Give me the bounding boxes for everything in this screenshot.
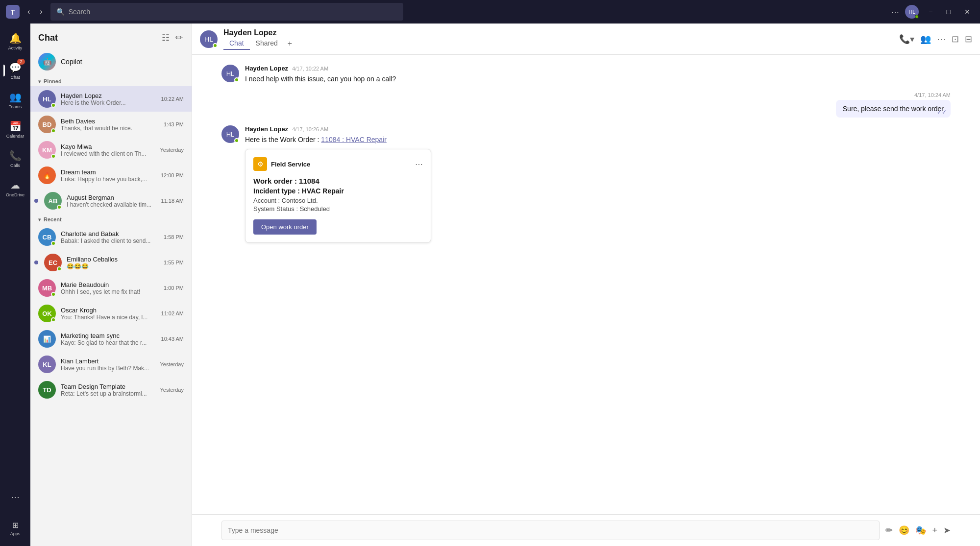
list-item[interactable]: 🔥 Dream team Erika: Happy to have you ba… [30, 163, 192, 188]
message-meta: Hayden Lopez 4/17, 10:26 AM [245, 125, 951, 133]
calendar-label: Calendar [6, 134, 24, 139]
list-item[interactable]: BD Beth Davies Thanks, that would be nic… [30, 112, 192, 137]
onedrive-label: OneDrive [6, 192, 24, 197]
recent-section-header[interactable]: ▾ Recent [30, 214, 192, 224]
message-text: Here is the Work Order : 11084 : HVAC Re… [245, 135, 951, 145]
apps-label: Apps [10, 531, 21, 536]
sidebar-item-chat[interactable]: 💬 Chat 2 [3, 57, 27, 84]
chat-list: HL Hayden Lopez Here is the Work Order..… [30, 86, 192, 546]
chat-info: Kayo Miwa I reviewed with the client on … [61, 143, 155, 157]
teams-icon: 👥 [9, 91, 22, 103]
more-options-button[interactable]: ⋯ [937, 34, 946, 45]
teams-logo-icon: T [6, 5, 20, 19]
sidebar-item-teams[interactable]: 👥 Teams [3, 86, 27, 114]
list-item[interactable]: AB August Bergman I haven't checked avai… [30, 188, 192, 214]
avatar: TD [38, 381, 56, 399]
emoji-icon[interactable]: 😊 [899, 525, 909, 536]
message-preview: Erika: Happy to have you back,... [61, 176, 156, 183]
status-dot [51, 128, 56, 133]
calls-icon: 📞 [9, 150, 22, 162]
list-item[interactable]: KL Kian Lambert Have you run this by Bet… [30, 352, 192, 377]
close-button[interactable]: ✕ [960, 7, 974, 17]
chat-info: August Bergman I haven't checked availab… [67, 194, 156, 208]
filter-icon[interactable]: ☷ [161, 31, 171, 44]
avatar: CB [38, 228, 56, 246]
status-dot [57, 266, 62, 271]
card-more-options[interactable]: ⋯ [415, 160, 423, 169]
tab-chat[interactable]: Chat [223, 37, 250, 50]
avatar: OK [38, 305, 56, 322]
message-preview: 😂😂😂 [67, 263, 159, 270]
sidebar-title: Chat [38, 33, 58, 43]
list-item[interactable]: TD Team Design Template Reta: Let's set … [30, 377, 192, 403]
work-order-link[interactable]: 11084 : HVAC Repair [321, 136, 387, 143]
messages-area: HL Hayden Lopez 4/17, 10:22 AM I need he… [192, 55, 980, 514]
list-item[interactable]: OK Oscar Krogh You: Thanks! Have a nice … [30, 301, 192, 326]
list-item[interactable]: HL Hayden Lopez Here is the Work Order..… [30, 86, 192, 112]
message-time: 1:58 PM [164, 234, 184, 240]
new-chat-icon[interactable]: ✏ [174, 31, 184, 44]
copilot-item[interactable]: 🤖 Copilot [30, 48, 192, 75]
status-dot [51, 103, 56, 108]
avatar: BD [38, 116, 56, 133]
back-button[interactable]: ‹ [24, 5, 34, 18]
sidebar-item-apps[interactable]: ⊞ Apps [3, 515, 27, 542]
sidebar-item-calls[interactable]: 📞 Calls [3, 145, 27, 172]
popout-icon[interactable]: ⊡ [952, 34, 959, 45]
message-date: 4/17, 10:24 AM [914, 92, 951, 98]
attach-icon[interactable]: + [932, 525, 937, 536]
tab-shared[interactable]: Shared [250, 37, 284, 50]
chat-tabs: Chat Shared + [223, 37, 893, 50]
card-title: Work order : 11084 [253, 177, 423, 185]
message-time: 1:00 PM [164, 285, 184, 291]
message-input[interactable] [221, 521, 880, 540]
list-item[interactable]: 📊 Marketing team sync Kayo: So glad to h… [30, 326, 192, 352]
sidebar-item-calendar[interactable]: 📅 Calendar [3, 116, 27, 143]
sidebar-item-more[interactable]: ⋯ [3, 483, 27, 511]
calendar-icon: 📅 [9, 120, 22, 132]
message-time: Yesterday [160, 147, 184, 153]
status-dot [51, 154, 56, 159]
sticker-icon[interactable]: 🎭 [915, 525, 926, 536]
list-item[interactable]: EC Emiliano Ceballos 😂😂😂 1:55 PM [30, 250, 192, 275]
card-status: System Status : Scheduled [253, 205, 423, 213]
user-status-dot [915, 15, 919, 19]
maximize-button[interactable]: □ [943, 7, 955, 17]
message-text: Sure, please send the work order [843, 105, 944, 113]
list-item[interactable]: KM Kayo Miwa I reviewed with the client … [30, 137, 192, 163]
message-preview: You: Thanks! Have a nice day, l... [61, 314, 156, 321]
sidebar-item-activity[interactable]: 🔔 Activity [3, 27, 27, 55]
send-icon[interactable]: ➤ [943, 525, 951, 536]
chat-info: Team Design Template Reta: Let's set up … [61, 383, 155, 397]
message-preview: Thanks, that would be nice. [61, 125, 159, 132]
main-layout: 🔔 Activity 💬 Chat 2 👥 Teams 📅 Calendar 📞… [0, 24, 980, 546]
more-options-icon[interactable]: ⋯ [891, 7, 899, 17]
contact-name: Oscar Krogh [61, 307, 156, 314]
minimize-button[interactable]: − [925, 7, 936, 17]
list-item[interactable]: MB Marie Beaudouin Ohhh I see, yes let m… [30, 275, 192, 301]
message-time: 12:00 PM [161, 172, 184, 178]
contact-name: Kayo Miwa [61, 143, 155, 150]
open-work-order-button[interactable]: Open work order [253, 219, 317, 235]
avatar: 📊 [38, 330, 56, 348]
message-preview: Here is the Work Order... [61, 99, 156, 106]
sidebar-item-onedrive[interactable]: ☁ OneDrive [3, 174, 27, 202]
forward-button[interactable]: › [36, 5, 46, 18]
call-button[interactable]: 📞▾ [899, 34, 914, 45]
participants-icon[interactable]: 👥 [920, 34, 931, 45]
avatar: HL [38, 90, 56, 108]
list-item[interactable]: CB Charlotte and Babak Babak: I asked th… [30, 224, 192, 250]
sidebar-toggle-icon[interactable]: ⊟ [965, 34, 972, 45]
format-icon[interactable]: ✏ [885, 525, 893, 536]
message-group: HL Hayden Lopez 4/17, 10:26 AM Here is t… [221, 125, 951, 243]
titlebar: T ‹ › 🔍 Search ⋯ HL − □ ✕ [0, 0, 980, 24]
user-avatar[interactable]: HL [905, 5, 919, 19]
message-sender: Hayden Lopez [245, 125, 288, 133]
add-tab-button[interactable]: + [284, 37, 296, 50]
service-name: Field Service [271, 161, 310, 168]
message-preview: Kayo: So glad to hear that the r... [61, 339, 156, 346]
message-preview: Reta: Let's set up a brainstormi... [61, 390, 155, 397]
search-box[interactable]: 🔍 Search [50, 3, 403, 21]
pinned-label: Pinned [44, 78, 62, 84]
pinned-section-header[interactable]: ▾ Pinned [30, 75, 192, 86]
